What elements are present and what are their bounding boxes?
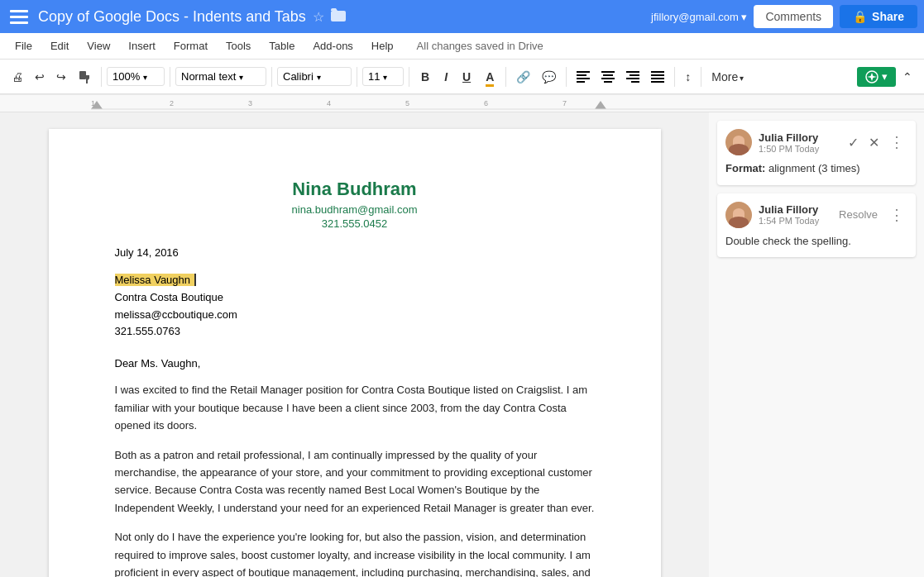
svg-rect-11 [601, 78, 615, 79]
comment-author-2: Julia Fillory [759, 203, 827, 216]
app-menu-button[interactable] [7, 4, 31, 29]
line-spacing-button[interactable]: ↕ [680, 67, 696, 87]
comment-resolve-check-1[interactable]: ✓ [845, 133, 862, 152]
svg-rect-5 [577, 71, 590, 73]
svg-rect-16 [631, 81, 639, 83]
svg-rect-7 [577, 78, 590, 79]
explore-chevron: ▾ [882, 70, 888, 83]
doc-title[interactable]: Copy of Google Docs - Indents and Tabs [38, 8, 306, 26]
align-right-button[interactable] [621, 68, 644, 86]
svg-text:6: 6 [484, 99, 488, 107]
menu-bar: File Edit View Insert Format Tools Table… [0, 33, 924, 60]
style-selector[interactable]: Normal text [175, 67, 266, 86]
share-label: Share [872, 10, 904, 23]
comment-body-text-1: alignment (3 times) [765, 162, 859, 174]
svg-rect-9 [601, 71, 615, 73]
collapse-toolbar-button[interactable]: ⌃ [898, 67, 917, 87]
menu-tools[interactable]: Tools [218, 36, 259, 55]
share-lock-icon: 🔒 [853, 10, 867, 23]
svg-marker-22 [867, 73, 877, 81]
align-left-button[interactable] [572, 68, 595, 86]
folder-icon[interactable] [331, 8, 346, 25]
undo-button[interactable]: ↩ [30, 67, 50, 87]
menu-table[interactable]: Table [261, 36, 303, 55]
toolbar-sep-6 [505, 67, 506, 87]
comment-meta-2: Julia Fillory 1:54 PM Today [759, 203, 827, 226]
comment-header-2: Julia Fillory 1:54 PM Today Resolve ⋮ [725, 202, 907, 228]
comment-card-1: Julia Fillory 1:50 PM Today ✓ ✕ ⋮ Format… [717, 121, 916, 185]
menu-help[interactable]: Help [363, 36, 402, 55]
font-color-label: A [486, 70, 494, 87]
avatar-2 [725, 202, 752, 228]
svg-rect-20 [651, 81, 664, 83]
explore-button[interactable]: ▾ [857, 67, 896, 87]
recipient-name-highlighted: Melissa Vaughn [115, 274, 196, 286]
size-chevron [383, 70, 387, 83]
svg-rect-0 [10, 10, 28, 12]
user-email[interactable]: jfillory@gmail.com ▾ [651, 11, 747, 23]
zoom-value: 100% [113, 70, 140, 83]
svg-rect-3 [331, 11, 346, 21]
comment-actions-2: Resolve ⋮ [834, 204, 907, 226]
comment-header-1: Julia Fillory 1:50 PM Today ✓ ✕ ⋮ [725, 129, 907, 155]
svg-rect-10 [603, 74, 613, 76]
toolbar-sep-8 [674, 67, 675, 87]
recipient-email: melissa@ccboutique.com [115, 308, 237, 321]
comment-body-2: Double check the spelling. [725, 233, 907, 250]
bold-button[interactable]: B [414, 67, 436, 87]
document-page[interactable]: Nina Budhram nina.budhram@gmail.com 321.… [49, 129, 661, 577]
comment-body-1: Format: alignment (3 times) [725, 160, 907, 177]
zoom-selector[interactable]: 100% [107, 67, 165, 86]
svg-rect-8 [577, 81, 585, 83]
svg-text:3: 3 [248, 99, 252, 107]
italic-button[interactable]: I [438, 67, 454, 87]
toolbar-sep-9 [701, 67, 701, 87]
font-selector[interactable]: Calibri [277, 67, 352, 86]
underline-button[interactable]: U [456, 67, 477, 87]
align-center-button[interactable] [596, 68, 620, 86]
menu-edit[interactable]: Edit [42, 36, 77, 55]
comment-time-2: 1:54 PM Today [759, 216, 827, 226]
more-button[interactable]: More [706, 67, 749, 87]
comments-button[interactable]: Comments [754, 5, 833, 28]
avatar-1 [725, 129, 752, 155]
recipient-company: Contra Costa Boutique [115, 291, 224, 303]
menu-addons[interactable]: Add-ons [304, 36, 361, 55]
comment-delete-1[interactable]: ✕ [865, 133, 883, 152]
svg-rect-13 [626, 71, 639, 73]
link-button[interactable]: 🔗 [511, 67, 535, 87]
font-size-value: 11 [368, 70, 380, 83]
ruler: 1 2 3 4 5 6 7 [0, 94, 924, 112]
paint-format-button[interactable] [73, 67, 96, 87]
align-justify-button[interactable] [646, 68, 669, 86]
menu-view[interactable]: View [79, 36, 118, 55]
svg-marker-32 [595, 101, 606, 109]
text-cursor [191, 274, 196, 286]
comment-button[interactable]: 💬 [537, 67, 561, 87]
menu-format[interactable]: Format [165, 36, 216, 55]
doc-title-area: Copy of Google Docs - Indents and Tabs ☆ [38, 8, 644, 26]
menu-insert[interactable]: Insert [120, 36, 164, 55]
toolbar-sep-4 [357, 67, 357, 87]
doc-paragraph-1: I was excited to find the Retail Manager… [115, 381, 595, 434]
svg-rect-12 [604, 81, 612, 83]
comment-body-prefix-1: Format: [725, 162, 765, 174]
top-bar: Copy of Google Docs - Indents and Tabs ☆… [0, 0, 924, 33]
print-button[interactable]: 🖨 [7, 67, 28, 87]
font-color-button[interactable]: A [479, 67, 500, 87]
menu-file[interactable]: File [7, 36, 41, 55]
doc-area[interactable]: Nina Budhram nina.budhram@gmail.com 321.… [0, 112, 709, 577]
svg-text:7: 7 [563, 99, 567, 107]
doc-paragraph-2: Both as a patron and retail professional… [115, 446, 595, 517]
comment-more-2[interactable]: ⋮ [886, 204, 907, 226]
svg-rect-4 [79, 71, 86, 79]
resolve-button-2[interactable]: Resolve [834, 207, 883, 222]
doc-name: Nina Budhram [115, 179, 595, 200]
font-size-selector[interactable]: 11 [362, 67, 404, 86]
svg-text:5: 5 [405, 99, 409, 107]
comment-card-2: Julia Fillory 1:54 PM Today Resolve ⋮ Do… [717, 193, 916, 258]
star-icon[interactable]: ☆ [313, 9, 324, 25]
share-button[interactable]: 🔒 Share [840, 5, 917, 28]
comment-more-1[interactable]: ⋮ [886, 131, 907, 153]
redo-button[interactable]: ↪ [51, 67, 71, 87]
